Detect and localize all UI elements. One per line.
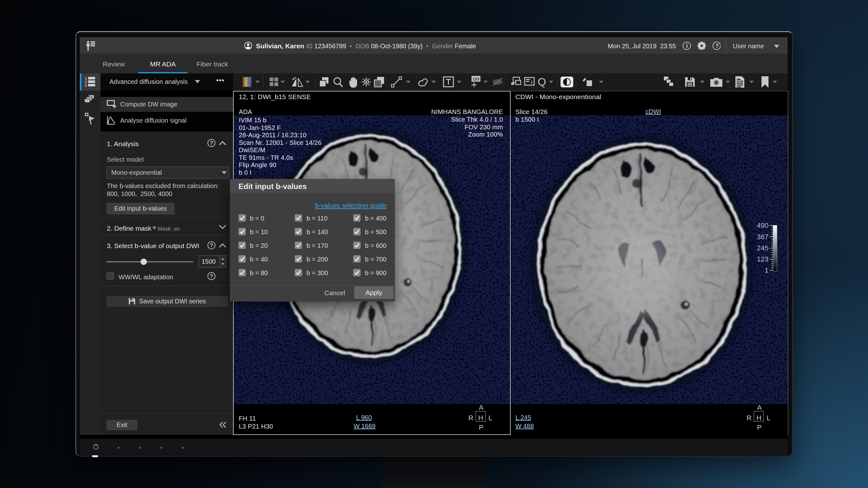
svg-text:?: ? (210, 140, 213, 146)
svg-text:1: 1 (765, 266, 769, 274)
svg-text:Q: Q (538, 76, 546, 88)
svg-text:490: 490 (757, 222, 769, 229)
svg-text:?: ? (715, 43, 719, 49)
svg-text:1: 1 (85, 77, 87, 80)
svg-text:123: 123 (472, 76, 479, 82)
svg-text:?: ? (210, 273, 213, 279)
svg-text:3: 3 (85, 84, 87, 87)
svg-text:123: 123 (757, 255, 769, 263)
svg-text:i: i (531, 79, 532, 85)
svg-text:367: 367 (757, 233, 769, 241)
svg-text:2: 2 (85, 80, 87, 84)
svg-text:245: 245 (757, 244, 769, 252)
svg-text:?: ? (210, 242, 213, 249)
